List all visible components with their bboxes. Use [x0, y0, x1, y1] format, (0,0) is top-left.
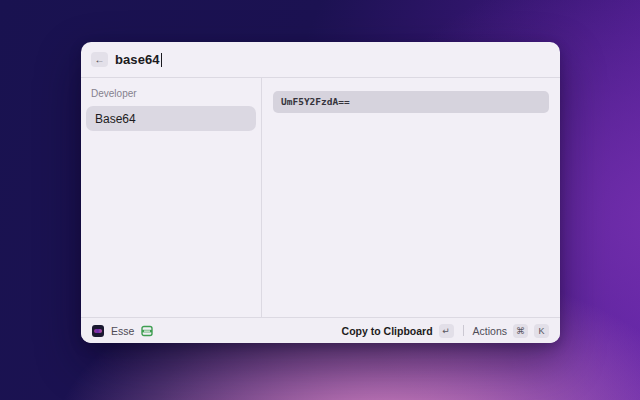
copy-to-clipboard-button[interactable]: Copy to Clipboard ↵: [342, 324, 454, 338]
action-bar: Esse Copy to Clipboard ↵ Actions ⌘ K: [81, 317, 560, 343]
section-header: Developer: [91, 88, 256, 99]
footer-divider: [463, 325, 464, 336]
text-caret: [161, 53, 163, 67]
search-query-text: base64: [115, 52, 160, 67]
copy-to-clipboard-label: Copy to Clipboard: [342, 325, 433, 337]
raycast-window: ← base64 Developer Base64 UmF5Y2FzdA== E…: [81, 42, 560, 343]
actions-menu-button[interactable]: Actions ⌘ K: [473, 324, 549, 338]
desktop-wallpaper: { "window": { "search_bar": { "back_icon…: [0, 0, 640, 400]
footer-actions: Copy to Clipboard ↵ Actions ⌘ K: [342, 324, 549, 338]
detail-pane: UmF5Y2FzdA==: [262, 78, 560, 317]
app-name: Esse: [111, 325, 134, 337]
search-input[interactable]: base64: [115, 42, 550, 77]
esse-app-icon: [92, 325, 104, 337]
k-key-badge: K: [534, 324, 549, 338]
command-key-badge: ⌘: [513, 324, 528, 338]
list-item-base64[interactable]: Base64: [86, 106, 256, 131]
return-key-badge: ↵: [439, 324, 454, 338]
back-arrow-icon: ←: [95, 54, 105, 65]
search-bar: ← base64: [81, 42, 560, 78]
actions-label: Actions: [473, 325, 507, 337]
text-transform-icon: [141, 325, 153, 337]
back-button[interactable]: ←: [91, 52, 108, 67]
results-sidebar: Developer Base64: [81, 78, 262, 317]
window-body: Developer Base64 UmF5Y2FzdA==: [81, 78, 560, 317]
footer-app-info: Esse: [92, 325, 153, 337]
encoded-output: UmF5Y2FzdA==: [273, 91, 549, 113]
list-item-label: Base64: [95, 112, 136, 126]
